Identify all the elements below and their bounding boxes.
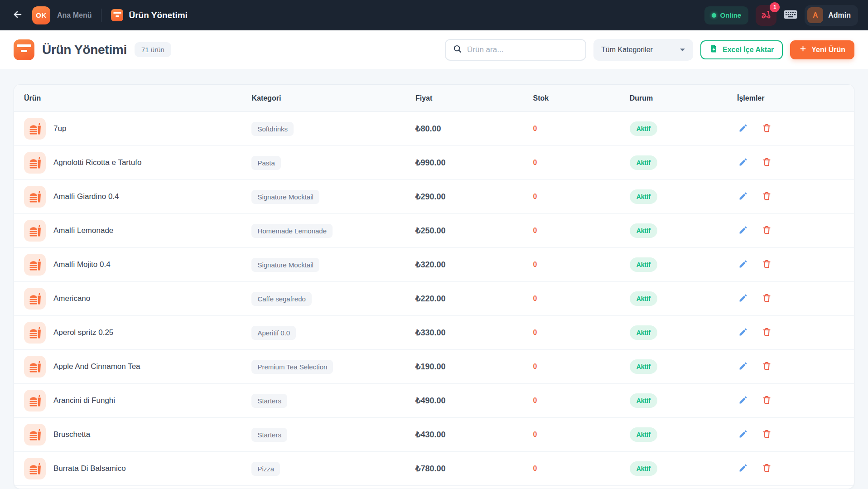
table-row[interactable]: Aperol spritz 0.25 Aperitif 0.0 ₺330.00 … — [14, 316, 854, 350]
delete-button[interactable] — [761, 190, 773, 203]
status-badge: Aktif — [630, 257, 657, 272]
table-row[interactable]: Bruschetta Starters ₺430.00 0 Aktif — [14, 418, 854, 452]
category-chip: Aperitif 0.0 — [251, 326, 296, 340]
trash-icon — [762, 225, 772, 236]
back-button[interactable] — [10, 8, 25, 23]
pencil-icon — [738, 123, 748, 134]
pencil-icon — [738, 191, 748, 202]
delete-button[interactable] — [761, 292, 773, 305]
column-header-actions: İşlemler — [727, 94, 854, 102]
status-badge: Aktif — [630, 189, 657, 204]
delete-button[interactable] — [761, 122, 773, 135]
delete-button[interactable] — [761, 394, 773, 407]
table-row[interactable]: Amalfi Lemonade Homemade Lemonade ₺250.0… — [14, 214, 854, 248]
category-chip: Homemade Lemonade — [251, 224, 333, 238]
product-food-icon — [24, 390, 46, 412]
table-body: 7up Softdrinks ₺80.00 0 Aktif — [14, 112, 854, 486]
product-name: Burrata Di Balsamico — [53, 464, 126, 473]
edit-button[interactable] — [737, 190, 750, 203]
stock-value: 0 — [533, 397, 537, 405]
table-row[interactable]: Amalfi Giardino 0.4 Signature Mocktail ₺… — [14, 180, 854, 214]
app-logo[interactable]: OK — [32, 6, 50, 24]
price-value: ₺430.00 — [415, 430, 446, 440]
edit-button[interactable] — [737, 326, 750, 339]
edit-button[interactable] — [737, 394, 750, 407]
category-chip: Pasta — [251, 156, 280, 170]
edit-button[interactable] — [737, 156, 750, 169]
edit-button[interactable] — [737, 428, 750, 441]
product-name: Arancini di Funghi — [53, 396, 115, 405]
table-row[interactable]: Arancini di Funghi Starters ₺490.00 0 Ak… — [14, 384, 854, 418]
stock-value: 0 — [533, 431, 537, 439]
delete-button[interactable] — [761, 360, 773, 373]
price-value: ₺490.00 — [415, 396, 446, 406]
product-name: Amalfi Giardino 0.4 — [53, 192, 119, 201]
table-header-row: Ürün Kategori Fiyat Stok Durum İşlemler — [14, 85, 854, 112]
trash-icon — [762, 327, 772, 338]
trash-icon — [762, 463, 772, 474]
delete-button[interactable] — [761, 258, 773, 271]
delete-button[interactable] — [761, 224, 773, 237]
product-count-badge: 71 ürün — [135, 42, 171, 57]
edit-button[interactable] — [737, 292, 750, 305]
delete-button[interactable] — [761, 156, 773, 169]
status-badge: Aktif — [630, 223, 657, 238]
product-name: Amalfi Lemonade — [53, 226, 113, 235]
category-chip: Premium Tea Selection — [251, 360, 333, 374]
delete-button[interactable] — [761, 326, 773, 339]
stock-value: 0 — [533, 329, 537, 337]
edit-button[interactable] — [737, 258, 750, 271]
courier-notifications-button[interactable]: 1 — [756, 5, 776, 26]
category-chip: Starters — [251, 394, 287, 408]
edit-button[interactable] — [737, 462, 750, 475]
search-box[interactable] — [445, 39, 586, 61]
product-food-icon — [24, 458, 46, 479]
price-value: ₺190.00 — [415, 362, 446, 372]
delete-button[interactable] — [761, 462, 773, 475]
status-badge: Aktif — [630, 461, 657, 476]
table-row[interactable]: Apple And Cinnamon Tea Premium Tea Selec… — [14, 350, 854, 384]
new-product-button[interactable]: Yeni Ürün — [790, 40, 854, 59]
table-row[interactable]: Agnolotti Ricotta e Tartufo Pasta ₺990.0… — [14, 146, 854, 180]
keyboard-button[interactable] — [784, 10, 797, 20]
stock-value: 0 — [533, 227, 537, 235]
product-food-icon — [24, 288, 46, 310]
app-logo-text: OK — [36, 11, 47, 19]
status-badge: Aktif — [630, 359, 657, 374]
admin-user-menu[interactable]: A Admin — [805, 5, 858, 26]
product-food-icon — [24, 220, 46, 242]
category-filter-select[interactable]: Tüm Kategoriler — [593, 39, 693, 61]
trash-icon — [762, 429, 772, 440]
navbar-page-title: Ürün Yönetimi — [129, 10, 188, 20]
excel-import-button[interactable]: Excel İçe Aktar — [700, 40, 783, 59]
main-menu-label[interactable]: Ana Menü — [57, 11, 92, 19]
products-table: Ürün Kategori Fiyat Stok Durum İşlemler … — [14, 84, 854, 489]
trash-icon — [762, 361, 772, 372]
product-name: Aperol spritz 0.25 — [53, 328, 113, 337]
edit-button[interactable] — [737, 224, 750, 237]
edit-button[interactable] — [737, 360, 750, 373]
table-row[interactable]: Americano Caffe segafredo ₺220.00 0 Akti… — [14, 282, 854, 316]
category-chip: Signature Mocktail — [251, 190, 319, 204]
excel-file-icon — [709, 44, 718, 55]
delete-button[interactable] — [761, 428, 773, 441]
status-badge: Aktif — [630, 427, 657, 442]
trash-icon — [762, 259, 772, 270]
plus-icon — [799, 45, 807, 54]
product-food-icon — [24, 186, 46, 208]
table-row[interactable]: Burrata Di Balsamico Pizza ₺780.00 0 Akt… — [14, 452, 854, 486]
pencil-icon — [738, 225, 748, 236]
pencil-icon — [738, 361, 748, 372]
pencil-icon — [738, 429, 748, 440]
category-filter-value: Tüm Kategoriler — [601, 46, 653, 54]
category-chip: Signature Mocktail — [251, 258, 319, 272]
edit-button[interactable] — [737, 122, 750, 135]
column-header-price: Fiyat — [405, 94, 523, 102]
table-row[interactable]: Amalfi Mojito 0.4 Signature Mocktail ₺32… — [14, 248, 854, 282]
column-header-product: Ürün — [14, 94, 241, 102]
product-food-icon — [24, 322, 46, 344]
pencil-icon — [738, 327, 748, 338]
table-row[interactable]: 7up Softdrinks ₺80.00 0 Aktif — [14, 112, 854, 146]
search-input[interactable] — [467, 45, 579, 54]
status-badge: Aktif — [630, 155, 657, 170]
